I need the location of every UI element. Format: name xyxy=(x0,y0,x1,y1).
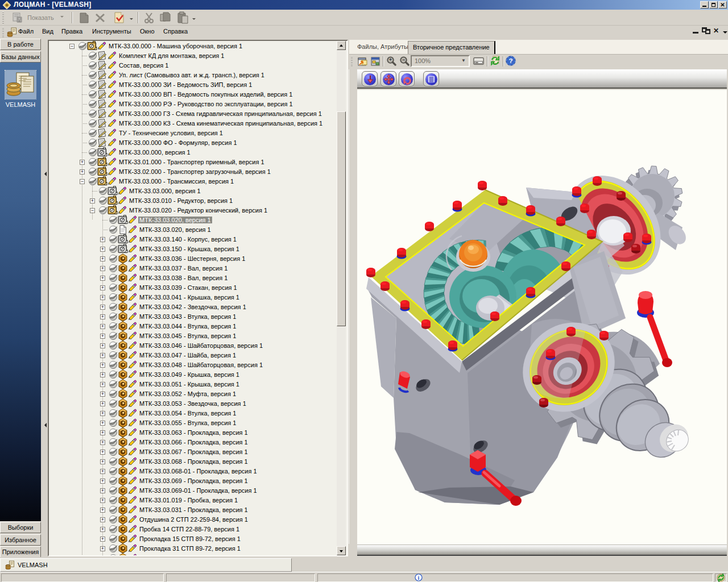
svg-text:i: i xyxy=(418,575,420,581)
svg-text:+: + xyxy=(389,57,392,63)
svg-text:?: ? xyxy=(508,57,512,65)
svg-text:−: − xyxy=(402,57,405,63)
